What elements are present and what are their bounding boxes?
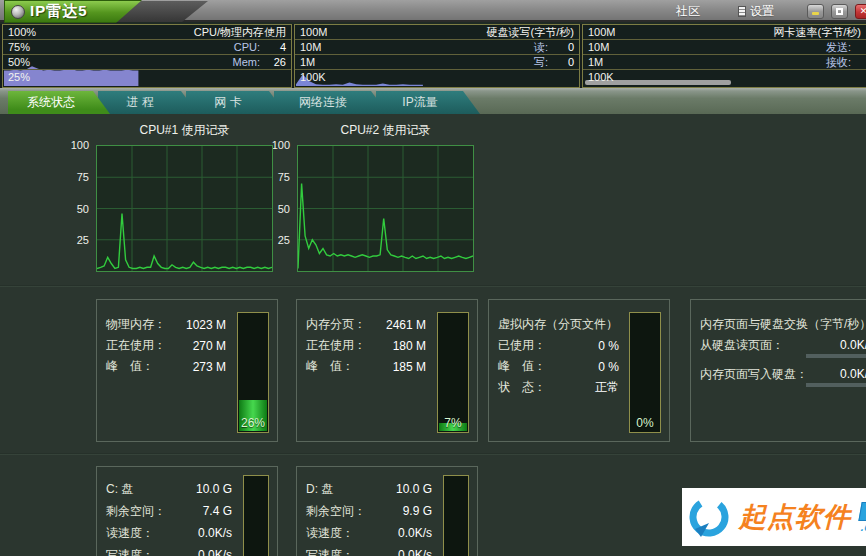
row-label: 物理内存： (106, 316, 166, 333)
row-value: 0.0K/s (154, 526, 232, 540)
row-label: 正在使用： (106, 337, 166, 354)
row-label: 写速度： (306, 547, 354, 556)
disk-c-panel: C: 盘10.0 G 剩余空间：7.4 G 读速度：0.0K/s 写速度：0.0… (96, 466, 278, 556)
app-window: 社区 设置 ✕ IP雷达5 100%CPU/物理内存使用 75%CPU:4 50… (0, 0, 866, 556)
monitor-title: 网卡速率(字节/秒) (774, 25, 861, 40)
stat-label: 接收: (826, 55, 851, 70)
virtual-memory-gauge: 0% (629, 312, 661, 433)
disk-io-monitor: 100M硬盘读写(字节/秒) 10M读:0 1M写:0 100K (294, 24, 580, 88)
cncrk-watermark[interactable]: 起点软件 CNCRK .COM (682, 488, 866, 546)
disk-d-panel: D: 盘10.0 G 剩余空间：9.9 G 读速度：0.0K/s 写速度：0.0… (296, 466, 478, 556)
row-value: 10.0 G (133, 482, 232, 496)
scale-label: 50% (8, 57, 30, 68)
panel-title: 内存页面与硬盘交换（字节/秒） (700, 314, 866, 335)
memory-usage-gauge: 26% (237, 312, 269, 433)
cpu2-y-axis: 100 75 50 25 (271, 145, 293, 272)
tab-network-card[interactable]: 网 卡 (186, 91, 286, 114)
stat-value: 0 (548, 56, 574, 68)
scale-label: 25% (8, 72, 30, 83)
y-tick: 25 (278, 235, 290, 246)
section-divider (0, 453, 866, 455)
stat-value: 0 (548, 41, 574, 53)
row-label: 剩余空间： (306, 503, 366, 520)
row-value: 1023 M (166, 318, 226, 332)
row-value: 正常 (546, 379, 619, 396)
gauge-label: 7% (438, 416, 468, 430)
row-value: 273 M (154, 360, 226, 374)
row-label: 内存分页： (306, 316, 366, 333)
stat-value: 0 (851, 56, 866, 68)
y-tick: 25 (77, 235, 89, 246)
row-label: 峰 值： (498, 358, 546, 375)
scale-label: 100K (300, 72, 326, 83)
row-label: 已使用： (498, 337, 546, 354)
scale-label: 100K (588, 72, 614, 83)
scale-label: 75% (8, 42, 30, 53)
row-value: 270 M (166, 339, 226, 353)
y-tick: 50 (77, 204, 89, 215)
swap-read-bar (806, 354, 866, 358)
community-link[interactable]: 社区 (676, 3, 700, 20)
settings-button[interactable]: 设置 (738, 3, 774, 20)
minimize-button[interactable] (807, 4, 824, 19)
tab-processes[interactable]: 进 程 (98, 91, 198, 114)
tab-bar: 系统状态 进 程 网 卡 网络连接 IP流量 (0, 88, 866, 114)
disk-d-gauge (443, 475, 469, 556)
stat-label: 发送: (826, 40, 851, 55)
monitor-title: 硬盘读写(字节/秒) (487, 25, 574, 40)
memory-disk-swap-panel: 内存页面与硬盘交换（字节/秒） 从硬盘读页面：0.0K/秒 内存页面写入硬盘：0… (690, 299, 866, 442)
row-label: 写速度： (106, 547, 154, 556)
scale-label: 1M (588, 57, 603, 68)
tab-system-status[interactable]: 系统状态 (8, 91, 110, 114)
close-button[interactable]: ✕ (855, 4, 866, 19)
row-value: 0.0K/秒 (784, 337, 866, 354)
monitor-title: CPU/物理内存使用 (194, 25, 286, 40)
row-label: 状 态： (498, 379, 546, 396)
scale-label: 10M (300, 42, 321, 53)
y-tick: 50 (278, 204, 290, 215)
settings-label: 设置 (750, 3, 774, 20)
stat-label: CPU: (234, 41, 260, 53)
stat-label: Mem: (233, 56, 261, 68)
scale-label: 100% (8, 27, 36, 38)
minimize-icon (812, 12, 819, 15)
gauge-label: 26% (238, 416, 268, 430)
row-label: C: 盘 (106, 481, 133, 498)
y-tick: 100 (71, 140, 89, 151)
row-value: 7.4 G (166, 504, 232, 518)
system-status-page: CPU#1 使用记录 CPU#2 使用记录 100 75 50 25 100 7… (0, 114, 866, 556)
tab-network-connections[interactable]: 网络连接 (274, 91, 388, 114)
row-value: 185 M (354, 360, 426, 374)
gauge-label: 0% (630, 416, 660, 430)
row-value: 10.0 G (333, 482, 432, 496)
row-value: 0.0K/s (354, 526, 432, 540)
row-label: 正在使用： (306, 337, 366, 354)
cpu1-chart-title: CPU#1 使用记录 (96, 122, 273, 139)
maximize-button[interactable] (831, 4, 848, 19)
scale-label: 100M (588, 27, 616, 38)
row-value: 0.0K/s (154, 548, 232, 556)
close-icon: ✕ (856, 5, 866, 18)
cpu-memory-monitor: 100%CPU/物理内存使用 75%CPU:4 50%Mem:26 25% (2, 24, 292, 88)
y-tick: 100 (272, 140, 290, 151)
disk-c-gauge (243, 475, 269, 556)
row-label: 从硬盘读页面： (700, 337, 784, 354)
stat-value: 0 (851, 41, 866, 53)
watermark-name: 起点软件 (739, 499, 851, 535)
badge-bottom: .COM (856, 521, 866, 533)
scale-label: 100M (300, 27, 328, 38)
y-tick: 75 (278, 172, 290, 183)
row-label: 读速度： (106, 525, 154, 542)
cpu2-usage-chart (297, 145, 474, 272)
row-value: 0 % (546, 360, 619, 374)
stat-value: 4 (260, 41, 286, 53)
panel-title: 虚拟内存（分页文件） (498, 314, 623, 335)
mouse-icon (11, 5, 25, 19)
scale-label: 10M (588, 42, 609, 53)
monitor-strip: 100%CPU/物理内存使用 75%CPU:4 50%Mem:26 25% 10… (0, 24, 866, 88)
stat-label: 读: (534, 40, 548, 55)
row-value: 180 M (366, 339, 426, 353)
row-value: 0.0K/秒 (808, 366, 866, 383)
row-value: 2461 M (366, 318, 426, 332)
tab-ip-traffic[interactable]: IP流量 (376, 91, 480, 114)
